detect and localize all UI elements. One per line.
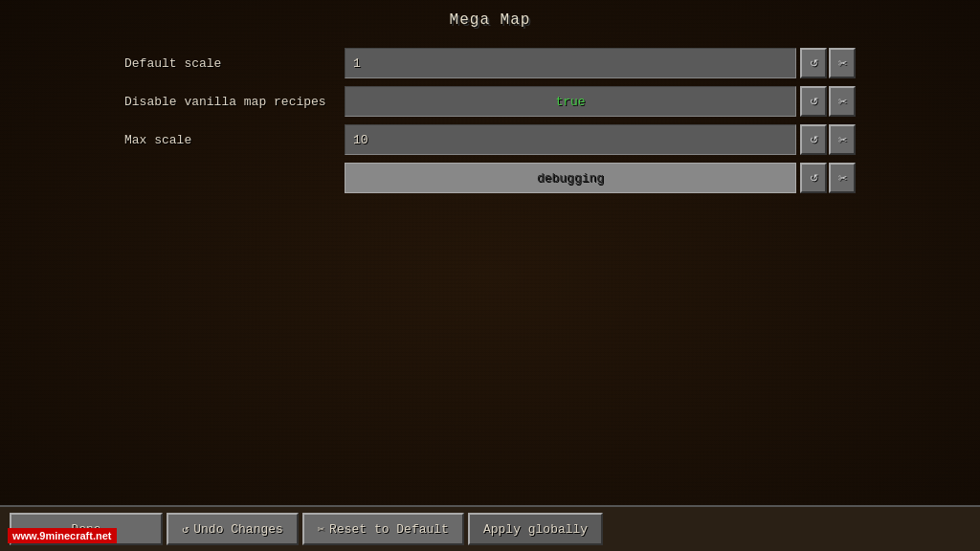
apply-globally-button[interactable]: Apply globally [468, 513, 603, 545]
reset-button[interactable]: ✂ Reset to Default [302, 513, 464, 545]
max-scale-scissors-btn[interactable]: ✂ [829, 124, 856, 155]
disable-vanilla-side-buttons: ↺ ✂ [800, 86, 856, 117]
disable-vanilla-label: Disable vanilla map recipes [124, 95, 345, 109]
disable-vanilla-scissors-btn[interactable]: ✂ [829, 86, 856, 117]
default-scale-side-buttons: ↺ ✂ [800, 48, 856, 78]
default-scale-row: Default scale ↺ ✂ [124, 46, 856, 80]
debugging-row: ↺ ✂ [124, 161, 856, 195]
disable-vanilla-input-wrap [345, 86, 796, 117]
reset-icon: ✂ [318, 522, 324, 537]
default-scale-scissors-btn[interactable]: ✂ [829, 48, 856, 78]
debugging-section-btn[interactable] [345, 163, 796, 193]
debugging-input-wrap [345, 163, 796, 193]
max-scale-row: Max scale ↺ ✂ [124, 122, 856, 157]
max-scale-label: Max scale [124, 133, 345, 147]
max-scale-input-wrap [345, 124, 796, 155]
settings-area: Default scale ↺ ✂ Disable vanilla map re… [0, 38, 980, 207]
bottom-bar: www.9minecraft.net Done ↺ Undo Changes ✂… [0, 505, 980, 551]
undo-icon: ↺ [182, 522, 189, 537]
disable-vanilla-input[interactable] [345, 86, 796, 117]
disable-vanilla-row: Disable vanilla map recipes ↺ ✂ [124, 84, 856, 119]
disable-vanilla-reset-btn[interactable]: ↺ [800, 86, 827, 117]
debugging-side-buttons: ↺ ✂ [800, 163, 856, 193]
page-title: Mega Map [0, 0, 980, 38]
debugging-reset-btn[interactable]: ↺ [800, 163, 827, 193]
default-scale-input[interactable] [345, 48, 796, 78]
undo-label: Undo Changes [193, 522, 283, 537]
reset-label: Reset to Default [329, 522, 449, 537]
watermark: www.9minecraft.net [8, 528, 117, 543]
max-scale-reset-btn[interactable]: ↺ [800, 124, 827, 155]
default-scale-label: Default scale [124, 56, 345, 71]
max-scale-input[interactable] [345, 124, 796, 155]
max-scale-side-buttons: ↺ ✂ [800, 124, 856, 155]
default-scale-input-wrap [345, 48, 796, 78]
undo-button[interactable]: ↺ Undo Changes [167, 513, 299, 545]
default-scale-reset-btn[interactable]: ↺ [800, 48, 827, 78]
debugging-scissors-btn[interactable]: ✂ [829, 163, 856, 193]
